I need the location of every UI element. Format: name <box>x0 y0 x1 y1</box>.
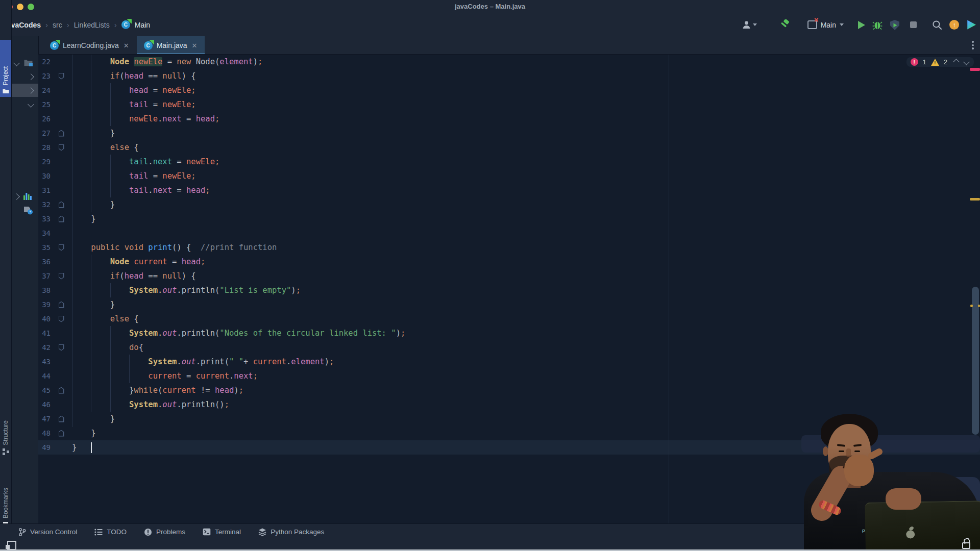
sidebar-item-project[interactable]: Project <box>0 40 11 97</box>
line-number[interactable]: 47 <box>38 415 51 423</box>
code-line[interactable]: 44 current = current.next; <box>38 369 980 383</box>
tab-learncoding[interactable]: C LearnCoding.java ✕ <box>43 36 137 55</box>
chevron-right-icon[interactable] <box>13 193 20 200</box>
code-line[interactable]: 23 if(head == null) { <box>38 69 980 83</box>
code-line[interactable]: 37 if(head == null) { <box>38 269 980 283</box>
line-number[interactable]: 46 <box>38 400 51 409</box>
code-line[interactable]: 42 do{ <box>38 340 980 355</box>
fold-marker[interactable] <box>51 316 72 322</box>
run-button[interactable] <box>858 18 865 32</box>
close-icon[interactable]: ✕ <box>123 42 130 49</box>
build-hammer-icon[interactable] <box>779 18 790 32</box>
code-line[interactable]: 25 tail = newEle; <box>38 97 980 112</box>
chevron-right-icon[interactable] <box>28 87 34 94</box>
warning-stripe-mark[interactable] <box>970 305 973 307</box>
line-number[interactable]: 44 <box>38 372 51 380</box>
line-number[interactable]: 48 <box>38 429 51 437</box>
toolwindow-terminal[interactable]: Terminal <box>203 528 241 536</box>
line-number[interactable]: 45 <box>38 386 51 394</box>
line-number[interactable]: 35 <box>38 243 51 252</box>
chevron-down-icon[interactable] <box>13 60 20 66</box>
fold-marker[interactable] <box>51 73 72 80</box>
code-line[interactable]: 27 } <box>38 126 980 140</box>
fold-marker[interactable] <box>51 344 72 351</box>
fold-marker[interactable] <box>51 416 72 422</box>
inspections-widget[interactable]: ! 1 ! 2 <box>906 57 974 67</box>
stop-button[interactable] <box>910 18 917 32</box>
fold-marker[interactable] <box>51 387 72 394</box>
code-line[interactable]: 26 newEle.next = head; <box>38 112 980 126</box>
line-number[interactable]: 25 <box>38 101 51 109</box>
tree-row-root[interactable] <box>11 56 38 69</box>
toolwindow-version-control[interactable]: Version Control <box>18 528 77 536</box>
toolwindow-problems[interactable]: Problems <box>144 528 185 536</box>
line-number[interactable]: 42 <box>38 343 51 352</box>
line-number[interactable]: 29 <box>38 158 51 166</box>
update-project-button[interactable]: ↑ <box>949 18 959 32</box>
line-number[interactable]: 39 <box>38 300 51 309</box>
fold-marker[interactable] <box>51 273 72 280</box>
toolwindow-todo[interactable]: TODO <box>94 528 127 536</box>
line-number[interactable]: 23 <box>38 72 51 80</box>
line-number[interactable]: 26 <box>38 115 51 123</box>
code-line[interactable]: 39 } <box>38 297 980 312</box>
code-line[interactable]: 35 public void print() { //print functio… <box>38 240 980 255</box>
warning-stripe-mark[interactable] <box>978 305 980 307</box>
code-line[interactable]: 30 tail = newEle; <box>38 169 980 183</box>
tree-row-selected[interactable] <box>11 84 38 97</box>
code-line[interactable]: 24 head = newEle; <box>38 83 980 97</box>
code-line[interactable]: 43 System.out.print(" "+ current.element… <box>38 355 980 369</box>
code-line[interactable]: 28 else { <box>38 140 980 155</box>
line-number[interactable]: 38 <box>38 286 51 294</box>
line-number[interactable]: 32 <box>38 201 51 209</box>
code-line[interactable]: 33 } <box>38 212 980 226</box>
fold-marker[interactable] <box>51 430 72 437</box>
code-line[interactable]: 41 System.out.println("Nodes of the circ… <box>38 326 980 340</box>
fold-marker[interactable] <box>51 144 72 151</box>
sidebar-item-bookmarks[interactable]: Bookmarks <box>0 462 11 528</box>
tree-row-external-libraries[interactable] <box>11 190 38 203</box>
line-number[interactable]: 28 <box>38 143 51 152</box>
warning-stripe-mark[interactable] <box>970 198 980 201</box>
code-line[interactable]: 38 System.out.println("List is empty"); <box>38 283 980 297</box>
line-number[interactable]: 33 <box>38 215 51 223</box>
breadcrumb-src[interactable]: src <box>53 21 62 29</box>
line-number[interactable]: 31 <box>38 186 51 194</box>
tree-row[interactable] <box>11 70 38 83</box>
fold-marker[interactable] <box>51 202 72 208</box>
line-number[interactable]: 49 <box>38 443 51 452</box>
fold-marker[interactable] <box>51 244 72 251</box>
prev-problem-chevron[interactable] <box>953 59 960 65</box>
debug-button[interactable] <box>872 18 883 32</box>
line-number[interactable]: 34 <box>38 229 51 237</box>
line-number[interactable]: 36 <box>38 258 51 266</box>
breadcrumb-package[interactable]: LinkedLists <box>74 21 110 29</box>
code-line[interactable]: 22 Node newEle = new Node(element); <box>38 55 980 69</box>
line-number[interactable]: 37 <box>38 272 51 280</box>
line-number[interactable]: 30 <box>38 172 51 180</box>
breadcrumb-class[interactable]: Main <box>135 21 150 29</box>
line-number[interactable]: 22 <box>38 58 51 66</box>
code-line[interactable]: 40 else { <box>38 312 980 326</box>
tab-main[interactable]: C Main.java ✕ <box>137 36 205 55</box>
profiler-button[interactable] <box>890 18 900 32</box>
line-number[interactable]: 43 <box>38 358 51 366</box>
tree-row[interactable] <box>11 97 38 111</box>
window-restore-icon[interactable] <box>7 541 16 550</box>
code-line[interactable]: 36 Node current = head; <box>38 255 980 269</box>
chevron-down-icon[interactable] <box>28 101 34 108</box>
sidebar-item-structure[interactable]: Structure <box>0 399 11 455</box>
fold-marker[interactable] <box>51 130 72 137</box>
code-line[interactable]: 46 System.out.println(); <box>38 397 980 412</box>
run-configuration-select[interactable]: Main <box>804 20 847 29</box>
tab-options-menu[interactable] <box>972 41 974 51</box>
search-everywhere-button[interactable] <box>932 18 942 32</box>
line-number[interactable]: 40 <box>38 315 51 323</box>
toolwindow-python-packages[interactable]: Python Packages <box>258 528 324 536</box>
tree-row-scratches[interactable] <box>11 204 38 217</box>
code-line[interactable]: 31 tail.next = head; <box>38 183 980 197</box>
line-number[interactable]: 24 <box>38 86 51 94</box>
code-line[interactable]: 29 tail.next = newEle; <box>38 155 980 169</box>
code-line[interactable]: 45 }while(current != head); <box>38 383 980 397</box>
next-problem-chevron[interactable] <box>963 59 970 65</box>
